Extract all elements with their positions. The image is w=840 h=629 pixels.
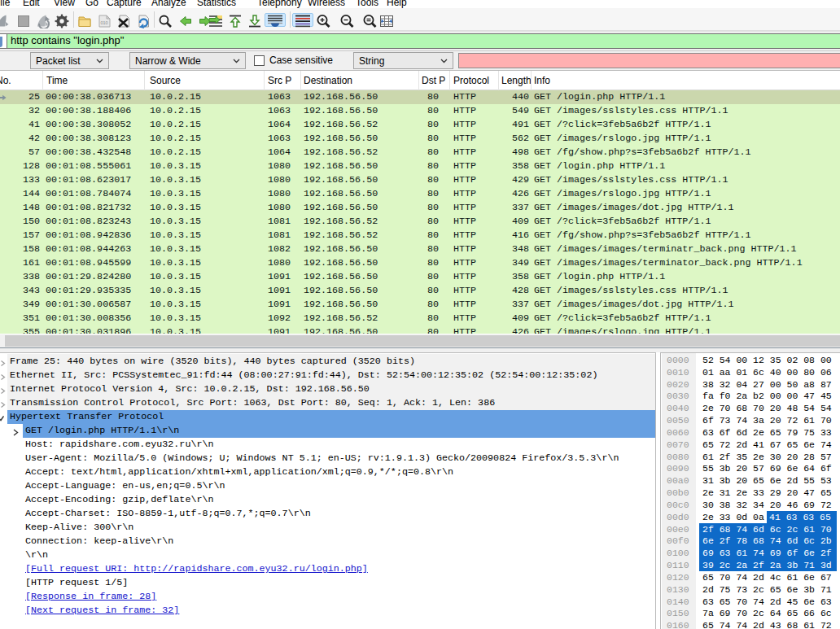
svg-text:010: 010 <box>100 20 107 25</box>
